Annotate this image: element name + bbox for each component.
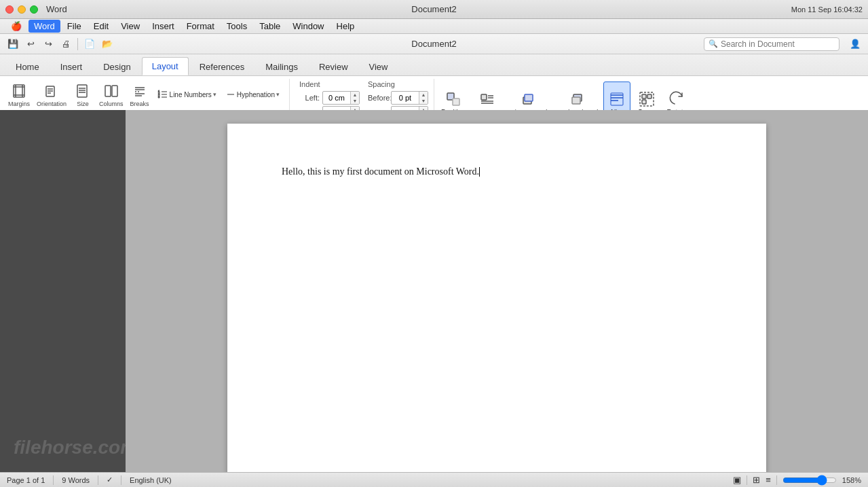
hyphenation-arrow: ▾ bbox=[276, 91, 280, 98]
view-web-icon[interactable]: ⊞ bbox=[753, 475, 760, 485]
document-content[interactable]: Hello, this is my first document on Micr… bbox=[282, 164, 712, 179]
system-time: Mon 11 Sep 16:04:32 bbox=[791, 5, 863, 14]
indent-left-down[interactable]: ▼ bbox=[351, 98, 359, 104]
menu-edit[interactable]: Edit bbox=[88, 20, 114, 33]
indent-left-row: Left: ▲ ▼ bbox=[299, 91, 360, 105]
undo-button[interactable]: ↩ bbox=[23, 37, 38, 52]
tab-review[interactable]: Review bbox=[309, 58, 358, 75]
svg-rect-44 bbox=[647, 94, 652, 98]
tab-references[interactable]: References bbox=[189, 58, 254, 75]
sidebar: filehorse.com bbox=[0, 110, 126, 472]
status-right: ▣ ⊞ ≡ 158% bbox=[733, 475, 861, 486]
spacing-before-label: Before: bbox=[368, 94, 388, 102]
status-divider-1 bbox=[53, 475, 54, 485]
text-cursor bbox=[479, 167, 480, 177]
page-setup-row1: Margins Orientation bbox=[5, 79, 284, 110]
search-box[interactable]: 🔍 bbox=[704, 37, 839, 51]
new-button[interactable]: 📄 bbox=[82, 37, 97, 52]
indent-left-up[interactable]: ▲ bbox=[351, 92, 359, 98]
status-divider-5 bbox=[776, 475, 777, 485]
page-info: Page 1 of 1 bbox=[7, 476, 45, 484]
tab-home[interactable]: Home bbox=[5, 58, 50, 75]
menu-window[interactable]: Window bbox=[287, 20, 329, 33]
line-numbers-arrow: ▾ bbox=[213, 91, 216, 98]
indent-left-input[interactable] bbox=[323, 94, 350, 102]
quick-access-toolbar: 💾 ↩ ↪ 🖨 📄 📂 Document2 🔍 👤 bbox=[0, 34, 868, 54]
toolbar-separator-1 bbox=[77, 38, 78, 50]
tab-design[interactable]: Design bbox=[93, 58, 140, 75]
language: English (UK) bbox=[130, 476, 172, 484]
indent-left-field[interactable]: ▲ ▼ bbox=[322, 91, 360, 105]
search-icon: 🔍 bbox=[709, 39, 718, 48]
menu-format[interactable]: Format bbox=[181, 20, 220, 33]
zoom-level: 158% bbox=[842, 476, 861, 484]
view-print-icon[interactable]: ▣ bbox=[733, 475, 741, 485]
rotate-icon bbox=[668, 91, 685, 109]
save-button[interactable]: 💾 bbox=[5, 37, 20, 52]
svg-rect-29 bbox=[481, 94, 487, 100]
tab-view[interactable]: View bbox=[359, 58, 398, 75]
menu-table[interactable]: Table bbox=[254, 20, 286, 33]
status-divider-4 bbox=[747, 475, 747, 485]
size-button[interactable]: Size bbox=[71, 80, 95, 109]
status-divider-3 bbox=[121, 475, 121, 485]
menu-help[interactable]: Help bbox=[331, 20, 360, 33]
document-title: Document2 bbox=[411, 4, 456, 14]
close-button[interactable] bbox=[5, 5, 14, 14]
document-page: Hello, this is my first document on Micr… bbox=[227, 124, 766, 472]
menu-tools[interactable]: Tools bbox=[221, 20, 252, 33]
apple-menu[interactable]: 🍎 bbox=[5, 20, 27, 33]
orientation-button[interactable]: Orientation bbox=[34, 80, 69, 109]
menu-word[interactable]: Word bbox=[29, 20, 60, 33]
menu-file[interactable]: File bbox=[62, 20, 87, 33]
svg-rect-43 bbox=[642, 94, 646, 98]
tab-insert[interactable]: Insert bbox=[50, 58, 93, 75]
maximize-button[interactable] bbox=[30, 5, 38, 14]
spacing-before-spinners: ▲ ▼ bbox=[419, 92, 428, 104]
svg-rect-37 bbox=[572, 97, 580, 104]
minimize-button[interactable] bbox=[18, 5, 26, 14]
menu-bar: 🍎 Word File Edit View Insert Format Tool… bbox=[0, 19, 868, 34]
spell-check-icon[interactable]: ✓ bbox=[107, 475, 113, 484]
ribbon-tabs: Home Insert Design Layout References Mai… bbox=[0, 54, 868, 76]
bring-forward-icon bbox=[520, 91, 536, 109]
open-button[interactable]: 📂 bbox=[100, 37, 115, 52]
status-bar: Page 1 of 1 9 Words ✓ English (UK) ▣ ⊞ ≡… bbox=[0, 472, 868, 487]
columns-button[interactable]: Columns bbox=[96, 80, 126, 109]
app-title: Word bbox=[46, 4, 67, 14]
svg-rect-13 bbox=[105, 86, 111, 96]
indent-left-spinners: ▲ ▼ bbox=[350, 92, 359, 104]
tab-layout[interactable]: Layout bbox=[142, 57, 189, 75]
spacing-before-up[interactable]: ▲ bbox=[419, 92, 428, 98]
spacing-before-row: Before: ▲ ▼ bbox=[368, 91, 428, 105]
search-input[interactable] bbox=[721, 39, 835, 49]
spacing-before-field[interactable]: ▲ ▼ bbox=[391, 91, 428, 105]
print-button[interactable]: 🖨 bbox=[58, 37, 73, 52]
svg-rect-14 bbox=[112, 86, 117, 96]
menu-view[interactable]: View bbox=[115, 20, 145, 33]
margins-button[interactable]: Margins bbox=[5, 80, 33, 109]
tab-mailings[interactable]: Mailings bbox=[255, 58, 308, 75]
svg-rect-45 bbox=[642, 100, 646, 104]
spacing-before-input[interactable] bbox=[392, 94, 419, 102]
indent-title: Indent bbox=[299, 80, 360, 88]
breaks-button[interactable]: Breaks bbox=[128, 80, 152, 109]
wrap-text-icon bbox=[479, 91, 495, 109]
group-icon bbox=[639, 91, 655, 109]
user-icon[interactable]: 👤 bbox=[848, 37, 863, 52]
svg-text:3: 3 bbox=[158, 95, 160, 98]
view-outline-icon[interactable]: ≡ bbox=[766, 475, 771, 485]
spacing-before-down[interactable]: ▼ bbox=[419, 98, 428, 104]
zoom-slider[interactable] bbox=[782, 475, 837, 486]
line-numbers-button[interactable]: 1 2 3 Line Numbers ▾ bbox=[153, 88, 221, 101]
status-divider-2 bbox=[98, 475, 98, 485]
svg-rect-28 bbox=[453, 98, 459, 105]
position-icon bbox=[445, 91, 461, 109]
hyphenation-button[interactable]: Hyphenation ▾ bbox=[222, 88, 284, 101]
document-title-toolbar: Document2 bbox=[411, 39, 456, 49]
spacing-title: Spacing bbox=[368, 80, 428, 88]
title-bar: Word Document2 Mon 11 Sep 16:04:32 bbox=[0, 0, 868, 19]
menu-insert[interactable]: Insert bbox=[147, 20, 180, 33]
svg-rect-35 bbox=[525, 94, 533, 101]
redo-button[interactable]: ↪ bbox=[41, 37, 56, 52]
